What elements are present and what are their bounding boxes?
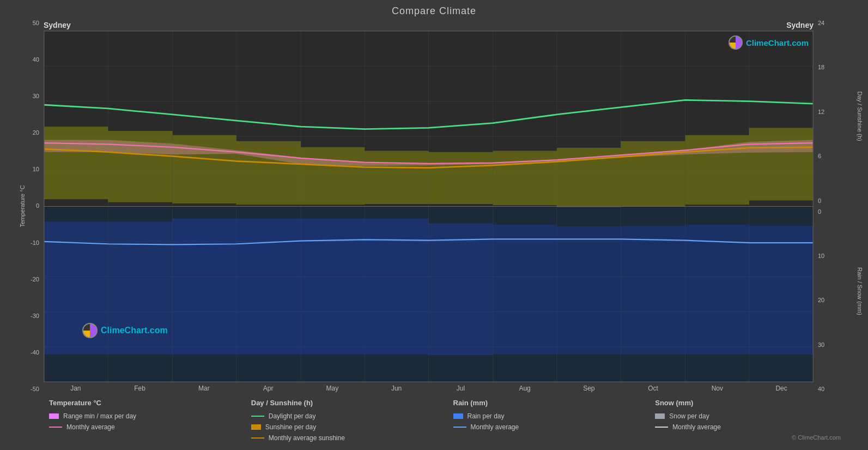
month-jan: Jan [44,385,108,392]
svg-rect-35 [749,128,813,200]
y-axis-left-label: Temperature °C [19,185,26,227]
legend-title-rain: Rain (mm) [453,399,655,407]
svg-rect-28 [301,147,365,205]
svg-rect-39 [236,219,301,355]
svg-rect-31 [493,151,557,206]
legend-col-rain: Rain (mm) Rain per day Monthly average [453,399,655,442]
logo-top-right: ClimeChart.com [729,35,809,50]
logo-icon-top [729,35,743,50]
legend-title-sunshine: Day / Sunshine (h) [251,399,453,407]
svg-rect-40 [301,219,365,355]
svg-rect-42 [429,224,493,356]
legend-title-snow: Snow (mm) [655,399,857,407]
x-axis: Jan Feb Mar Apr May Jun Jul Aug Sep Oct … [44,382,814,392]
svg-rect-45 [621,226,685,355]
y-axis-left: Temperature °C 50 40 30 20 10 0 -10 -20 … [11,20,44,392]
logo-bottom-left: ClimeChart.com [82,323,168,338]
legend-item-rain-day: Rain per day [453,412,655,420]
svg-rect-32 [557,148,621,207]
chart-area: ClimeChart.com ClimeChart.com [44,31,814,382]
legend-line-avg-sunshine [251,437,264,439]
legend-item-monthly-avg-snow: Monthly average [655,423,857,431]
legend-col-snow: Snow (mm) Snow per day Monthly average ©… [655,399,857,442]
svg-rect-47 [749,226,813,355]
legend-line-daylight [251,416,264,417]
month-jul: Jul [429,385,493,392]
legend-line-monthly-avg-snow [655,427,668,428]
logo-icon-bottom [82,323,98,338]
legend-item-monthly-avg-sunshine: Monthly average sunshine [251,434,453,442]
month-dec: Dec [749,385,814,392]
legend-col-temperature: Temperature °C Range min / max per day M… [49,399,251,442]
legend-item-snow-day: Snow per day [655,412,857,420]
legend-line-monthly-avg [49,427,62,428]
svg-rect-46 [685,225,749,355]
legend-item-monthly-avg-temp: Monthly average [49,423,251,431]
month-apr: Apr [236,385,300,392]
month-aug: Aug [493,385,557,392]
svg-rect-26 [172,135,236,203]
svg-rect-25 [108,131,172,202]
svg-rect-29 [365,151,428,205]
month-oct: Oct [621,385,685,392]
month-feb: Feb [108,385,172,392]
svg-rect-44 [557,226,621,355]
month-may: May [300,385,365,392]
svg-rect-41 [365,219,428,355]
page-title: Compare Climate [11,5,857,17]
city-label-left: Sydney [44,21,71,29]
month-mar: Mar [172,385,236,392]
legend-item-range: Range min / max per day [49,412,251,420]
svg-rect-43 [493,225,557,355]
y-axis-right-label-top: Day / Sunshine (h) [857,91,863,141]
legend-item-sunshine-day: Sunshine per day [251,423,453,431]
legend-item-monthly-avg-rain: Monthly average [453,423,655,431]
legend-line-monthly-avg-rain [453,427,466,428]
month-sep: Sep [557,385,621,392]
svg-rect-24 [44,127,108,199]
month-nov: Nov [685,385,750,392]
legend-swatch-range [49,413,59,419]
month-jun: Jun [365,385,429,392]
y-axis-right-label-bottom: Rain / Snow (mm) [857,267,863,315]
legend-item-daylight: Daylight per day [251,412,453,420]
legend-swatch-sunshine [251,424,261,430]
legend-swatch-rain [453,413,463,419]
legend-swatch-snow [655,413,665,419]
copyright: © ClimeChart.com [655,434,857,441]
svg-rect-38 [172,219,236,355]
svg-rect-27 [236,141,301,205]
legend-col-sunshine: Day / Sunshine (h) Daylight per day Suns… [251,399,453,442]
y-axis-right: Day / Sunshine (h) Rain / Snow (mm) 24 1… [814,20,857,392]
legend: Temperature °C Range min / max per day M… [11,392,857,445]
svg-rect-30 [429,152,493,204]
city-label-right: Sydney [786,21,814,29]
legend-title-temperature: Temperature °C [49,399,251,407]
